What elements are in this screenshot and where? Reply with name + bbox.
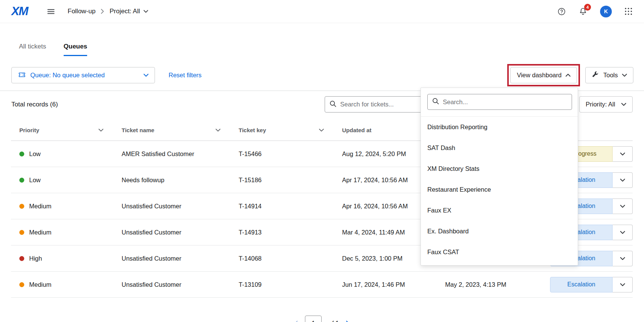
- apps-grid-icon[interactable]: [624, 7, 633, 16]
- status-chevron-button[interactable]: [613, 199, 633, 214]
- ticket-key-cell: T-15186: [239, 177, 342, 184]
- ticket-key-cell: T-14068: [239, 255, 342, 262]
- priority-label: Medium: [29, 281, 52, 288]
- priority-dot: [19, 178, 24, 183]
- xm-logo[interactable]: XM: [11, 5, 28, 18]
- pagination-prev-icon[interactable]: [294, 320, 298, 322]
- dashboard-dropdown-list: Distribution ReportingSAT DashXM Directo…: [421, 117, 578, 263]
- dashboard-dropdown-item[interactable]: SAT Dash: [421, 138, 578, 158]
- annotation-highlight: View dashboard: [507, 64, 580, 86]
- ticket-name-cell: Needs followup: [122, 177, 239, 184]
- priority-dot: [19, 256, 24, 261]
- chevron-right-icon: [101, 9, 104, 14]
- priority-cell: High: [11, 255, 122, 262]
- priority-filter-select[interactable]: Priority: All: [579, 96, 633, 113]
- priority-dot: [19, 204, 24, 209]
- tab-queues[interactable]: Queues: [64, 43, 87, 56]
- hamburger-menu-icon[interactable]: [46, 7, 56, 16]
- priority-cell: Medium: [11, 281, 122, 288]
- topbar-left: XM Follow-up Project: All: [11, 5, 148, 18]
- pagination: of 1: [0, 316, 644, 322]
- notifications-badge: 4: [584, 4, 591, 11]
- priority-label: Medium: [29, 229, 52, 236]
- ticket-name-cell: Unsatisfied Customer: [122, 203, 239, 210]
- notifications-bell-icon[interactable]: 4: [578, 7, 588, 16]
- status-chevron-button[interactable]: [613, 146, 633, 162]
- view-dashboard-button[interactable]: View dashboard: [510, 67, 577, 83]
- priority-label: Low: [29, 177, 41, 184]
- filter-bar-right: View dashboard Tools: [510, 67, 633, 83]
- dashboard-dropdown-item[interactable]: Faux EX: [421, 200, 578, 221]
- status-cell: Escalation: [542, 277, 633, 292]
- reset-filters-link[interactable]: Reset filters: [169, 72, 202, 79]
- breadcrumb-page[interactable]: Follow-up: [68, 8, 96, 15]
- breadcrumb-project-label: Project: All: [109, 8, 140, 15]
- breadcrumb-project-selector[interactable]: Project: All: [109, 8, 148, 15]
- search-icon: [432, 98, 439, 106]
- dashboard-dropdown-item[interactable]: Faux CSAT: [421, 242, 578, 263]
- search-icon: [330, 100, 336, 109]
- page: XM Follow-up Project: All 4: [0, 0, 644, 322]
- queue-selector[interactable]: Queue: No queue selected: [11, 67, 155, 83]
- tools-button[interactable]: Tools: [585, 67, 633, 83]
- ticket-name-cell: Unsatisfied Customer: [122, 281, 239, 288]
- ticket-icon: [18, 70, 26, 80]
- total-records-label: Total records (6): [11, 101, 58, 108]
- priority-filter-label: Priority: All: [586, 101, 615, 108]
- column-header-ticket-key[interactable]: Ticket key: [239, 127, 342, 133]
- column-header-ticket-name[interactable]: Ticket name: [122, 127, 239, 133]
- column-header-priority[interactable]: Priority: [11, 127, 122, 133]
- dashboard-search-box[interactable]: [427, 94, 572, 110]
- priority-dot: [19, 282, 24, 287]
- priority-dot: [19, 230, 24, 235]
- priority-cell: Low: [11, 177, 122, 184]
- status-pill[interactable]: Escalation: [550, 277, 613, 292]
- priority-cell: Medium: [11, 229, 122, 236]
- ticket-name-cell: Unsatisfied Customer: [122, 255, 239, 262]
- dashboard-dropdown-item[interactable]: Restaurant Experience: [421, 179, 578, 200]
- tab-bar: All tickets Queues: [19, 43, 644, 56]
- user-avatar[interactable]: K: [600, 6, 612, 17]
- dashboard-dropdown-item[interactable]: XM Directory Stats: [421, 158, 578, 179]
- filter-bar: Queue: No queue selected Reset filters V…: [0, 67, 644, 83]
- dashboard-dropdown-item[interactable]: Distribution Reporting: [421, 117, 578, 138]
- priority-label: Medium: [29, 203, 52, 210]
- ticket-key-cell: T-14914: [239, 203, 342, 210]
- table-row[interactable]: Medium Unsatisfied Customer T-13109 Jun …: [11, 272, 633, 298]
- dashboard-dropdown-item[interactable]: Ex. Dashboard: [421, 221, 578, 242]
- status-chevron-button[interactable]: [613, 277, 633, 292]
- ticket-key-cell: T-14913: [239, 229, 342, 236]
- priority-cell: Low: [11, 150, 122, 158]
- ticket-key-cell: T-15466: [239, 150, 342, 158]
- priority-label: Low: [29, 150, 41, 158]
- tools-label: Tools: [603, 72, 618, 79]
- status-control[interactable]: Escalation: [550, 277, 633, 292]
- queue-selector-label: Queue: No queue selected: [30, 72, 139, 79]
- view-dashboard-label: View dashboard: [517, 72, 561, 79]
- tab-all-tickets[interactable]: All tickets: [19, 43, 46, 56]
- priority-cell: Medium: [11, 203, 122, 210]
- dashboard-search-input[interactable]: [443, 98, 567, 106]
- breadcrumb: Follow-up Project: All: [68, 8, 148, 15]
- pagination-next-icon[interactable]: [346, 320, 350, 322]
- status-chevron-button[interactable]: [613, 225, 633, 240]
- created-at-cell: May 2, 2023, 4:13 PM: [445, 281, 542, 288]
- status-chevron-button[interactable]: [613, 251, 633, 266]
- priority-dot: [19, 152, 24, 156]
- status-chevron-button[interactable]: [613, 172, 633, 188]
- topbar-right: 4 K: [557, 6, 633, 17]
- ticket-key-cell: T-13109: [239, 281, 342, 288]
- topbar: XM Follow-up Project: All 4: [0, 0, 644, 23]
- pagination-page-input[interactable]: [305, 316, 322, 322]
- wrench-icon: [592, 71, 599, 80]
- pagination-of-label: of 1: [328, 320, 339, 322]
- updated-at-cell: Jun 17, 2024, 1:46 PM: [342, 281, 445, 288]
- help-icon[interactable]: [557, 7, 566, 16]
- ticket-name-cell: Unsatisfied Customer: [122, 229, 239, 236]
- view-dashboard-dropdown: Distribution ReportingSAT DashXM Directo…: [420, 88, 578, 266]
- ticket-name-cell: AMER Satisfied Customer: [122, 150, 239, 158]
- priority-label: High: [29, 255, 42, 262]
